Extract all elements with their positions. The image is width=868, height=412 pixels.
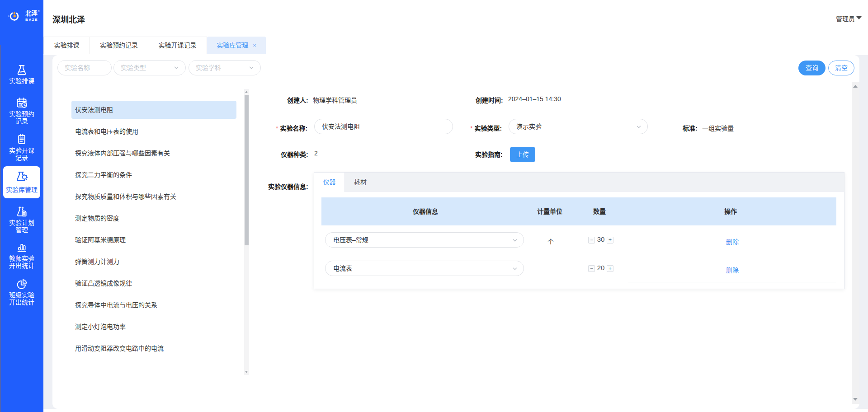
svg-text:®: ® xyxy=(38,10,40,13)
svg-text:北泽: 北泽 xyxy=(25,10,38,17)
svg-text:BAZE: BAZE xyxy=(25,18,38,22)
